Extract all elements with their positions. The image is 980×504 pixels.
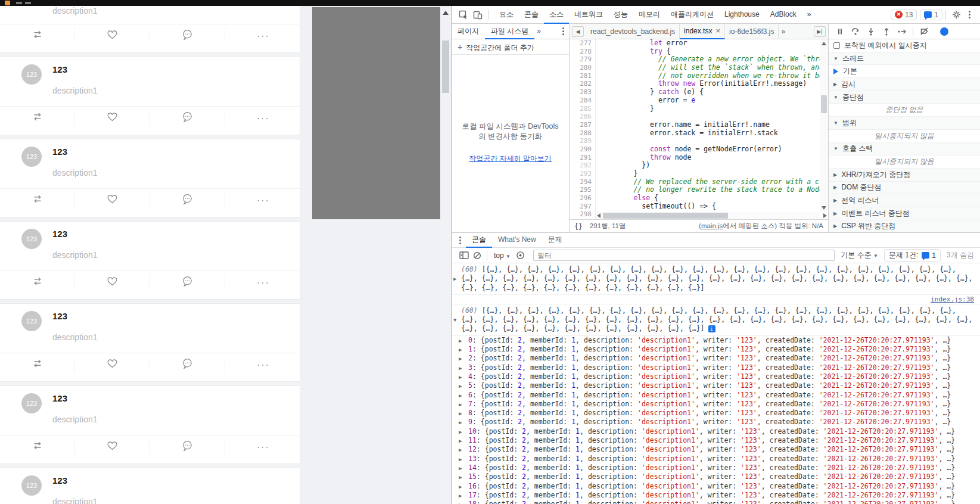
array-item-row[interactable]: ▶0: {postId: 2, memberId: 1, description…	[452, 336, 980, 345]
info-icon[interactable]: i	[708, 325, 715, 332]
expand-icon[interactable]: ▶	[459, 455, 462, 463]
array-item-row[interactable]: ▶6: {postId: 2, memberId: 1, description…	[452, 391, 980, 400]
deactivate-breakpoints-icon[interactable]	[916, 24, 932, 39]
array-item-row[interactable]: ▶1: {postId: 2, memberId: 1, description…	[452, 345, 980, 354]
line-number[interactable]: 289	[570, 137, 596, 145]
line-number[interactable]: 281	[570, 72, 596, 80]
more-button[interactable]	[225, 29, 300, 43]
line-number[interactable]: 286	[570, 113, 596, 121]
section-호출 스택[interactable]: ▼호출 스택	[829, 143, 980, 156]
expand-icon[interactable]: ▶	[459, 464, 462, 472]
expand-icon[interactable]: ▶	[459, 354, 462, 363]
clear-console-icon[interactable]	[471, 250, 484, 262]
checkbox[interactable]	[833, 42, 840, 49]
line-number[interactable]: 292	[570, 161, 596, 170]
repeat-button[interactable]	[0, 357, 75, 372]
pretty-print-icon[interactable]: {}	[574, 222, 583, 231]
drawer-tab-문제[interactable]: 문제	[542, 233, 568, 248]
console-sidebar-icon[interactable]	[458, 250, 471, 262]
live-expression-eye-icon[interactable]	[514, 250, 527, 262]
line-number[interactable]: 288	[570, 129, 596, 138]
message-badge[interactable]: 1	[920, 10, 942, 20]
expand-icon[interactable]: ▶	[459, 346, 462, 354]
heart-button[interactable]	[75, 29, 150, 43]
step-into-icon[interactable]	[863, 24, 879, 39]
array-item-row[interactable]: ▶2: {postId: 2, memberId: 1, description…	[452, 354, 980, 363]
expand-icon[interactable]: ▶	[459, 373, 462, 381]
more-button[interactable]	[225, 275, 300, 290]
tab-성능[interactable]: 성능	[608, 6, 633, 24]
workspace-learn-more-link[interactable]: 작업공간 자세히 알아보기	[452, 154, 569, 164]
line-number[interactable]: 285	[570, 105, 596, 113]
drawer-tab-콘솔[interactable]: 콘솔	[466, 233, 492, 248]
scroll-down-arrow-icon[interactable]	[822, 206, 826, 210]
line-number[interactable]: 296	[570, 194, 596, 203]
tab-AdBlock[interactable]: AdBlock	[765, 6, 802, 24]
tab-소스[interactable]: 소스	[544, 6, 569, 24]
source-location-link[interactable]: index.js:38	[931, 295, 974, 303]
heart-button[interactable]	[75, 193, 150, 207]
section-감시[interactable]: ▶감시	[829, 78, 980, 91]
editor-horizontal-scrollbar[interactable]	[596, 212, 820, 219]
scroll-left-arrow-icon[interactable]	[597, 213, 601, 218]
array-item-row[interactable]: ▶14: {postId: 2, memberId: 1, descriptio…	[452, 463, 980, 472]
expand-icon[interactable]: ▶	[459, 382, 462, 390]
tab-요소[interactable]: 요소	[494, 6, 519, 24]
line-number[interactable]: 297	[570, 203, 596, 211]
expand-icon[interactable]: ▶	[459, 364, 462, 372]
array-item-row[interactable]: ▶3: {postId: 2, memberId: 1, description…	[452, 363, 980, 372]
array-item-row[interactable]: ▶11: {postId: 2, memberId: 1, descriptio…	[452, 436, 980, 445]
repeat-button[interactable]	[0, 29, 75, 43]
line-number[interactable]: 287	[570, 121, 596, 129]
array-item-row[interactable]: ▶17: {postId: 2, memberId: 1, descriptio…	[452, 491, 980, 500]
hide-navigator-icon[interactable]: ◀	[572, 26, 584, 37]
step-out-icon[interactable]	[879, 24, 894, 39]
line-number[interactable]: 278	[570, 48, 596, 56]
array-item-row[interactable]: ▶10: {postId: 2, memberId: 1, descriptio…	[452, 427, 980, 436]
scroll-right-arrow-icon[interactable]	[823, 213, 827, 218]
section-CSP 위반 중단점[interactable]: ▶CSP 위반 중단점	[829, 220, 980, 232]
heart-button[interactable]	[75, 440, 150, 454]
tab-Lighthouse[interactable]: Lighthouse	[719, 6, 765, 24]
array-item-row[interactable]: ▶15: {postId: 2, memberId: 1, descriptio…	[452, 472, 980, 481]
close-tab-icon[interactable]: ×	[715, 26, 720, 35]
issues-counter[interactable]: 문제 1건: 1	[884, 249, 941, 262]
file-tabs-overflow-icon[interactable]: »	[779, 24, 788, 39]
tab-네트워크[interactable]: 네트워크	[569, 6, 608, 24]
expand-icon[interactable]: ▶	[459, 337, 462, 345]
expand-icon[interactable]: ▶	[459, 400, 462, 409]
heart-button[interactable]	[75, 275, 150, 290]
collapse-icon[interactable]: ▼	[453, 316, 456, 325]
section-XHR/가져오기 중단점[interactable]: ▶XHR/가져오기 중단점	[829, 169, 980, 182]
tab-메모리[interactable]: 메모리	[633, 6, 665, 24]
section-DOM 중단점[interactable]: ▶DOM 중단점	[829, 182, 980, 195]
expand-icon[interactable]: ▶	[459, 446, 462, 454]
comment-button[interactable]	[150, 29, 225, 43]
more-button[interactable]	[225, 357, 300, 372]
array-item-row[interactable]: ▶5: {postId: 2, memberId: 1, description…	[452, 381, 980, 390]
line-number[interactable]: 279	[570, 55, 596, 64]
comment-button[interactable]	[150, 193, 225, 207]
heart-button[interactable]	[75, 357, 150, 372]
line-number[interactable]: 280	[570, 64, 596, 72]
section-범위[interactable]: ▼범위	[829, 117, 980, 130]
context-selector[interactable]: top ▼	[494, 251, 511, 260]
expand-icon[interactable]: ▶	[453, 275, 456, 284]
scroll-up-arrow-icon[interactable]	[822, 42, 826, 45]
expand-icon[interactable]: ▶	[459, 409, 462, 418]
tab-콘솔[interactable]: 콘솔	[519, 6, 544, 24]
section-스레드[interactable]: ▼스레드	[829, 52, 980, 66]
array-item-row[interactable]: ▶16: {postId: 2, memberId: 1, descriptio…	[452, 482, 980, 491]
repeat-button[interactable]	[0, 275, 75, 290]
drawer-menu-icon[interactable]	[454, 234, 466, 247]
scrollbar-thumb[interactable]	[603, 213, 728, 219]
line-number[interactable]: 294	[570, 178, 596, 186]
line-number[interactable]: 298	[570, 210, 596, 219]
heart-button[interactable]	[75, 111, 150, 125]
console-filter-input[interactable]	[533, 250, 835, 261]
expand-icon[interactable]: ▶	[459, 391, 462, 400]
line-number[interactable]: 295	[570, 186, 596, 194]
scroll-up-arrow-icon[interactable]	[443, 11, 449, 15]
line-number[interactable]: 293	[570, 170, 596, 178]
add-folder-to-workspace[interactable]: +작업공간에 폴더 추가	[452, 39, 569, 55]
